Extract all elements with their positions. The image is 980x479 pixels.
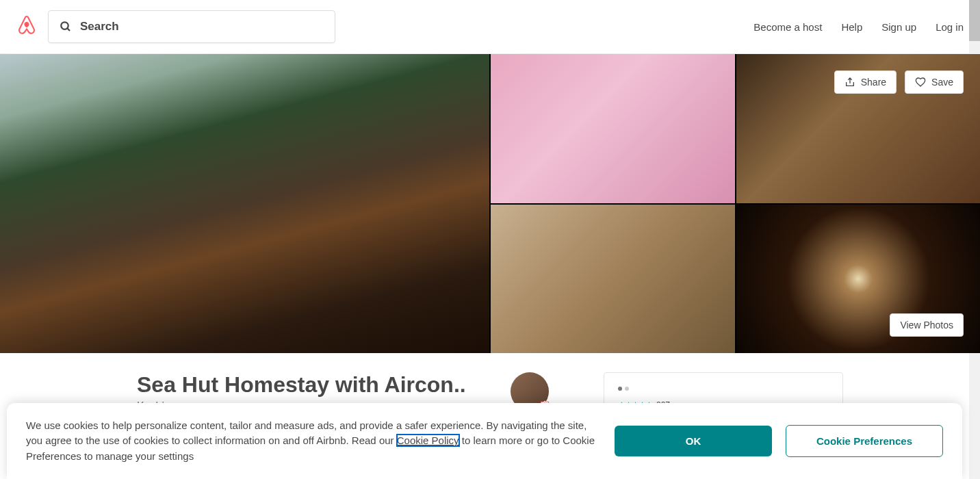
dot-1[interactable] xyxy=(618,387,622,391)
photo-2[interactable] xyxy=(491,54,735,203)
header: Search Become a host Help Sign up Log in xyxy=(0,0,980,54)
cookie-text: We use cookies to help personalize conte… xyxy=(26,418,601,426)
photo-gallery: Share Save View Photos xyxy=(0,54,980,353)
heart-icon xyxy=(915,77,926,88)
main-photo[interactable] xyxy=(0,54,489,353)
nav-signup[interactable]: Sign up xyxy=(881,21,916,33)
nav-login[interactable]: Log in xyxy=(936,21,964,33)
gallery-actions: Share Save xyxy=(834,70,964,94)
search-placeholder: Search xyxy=(80,20,119,34)
airbnb-logo[interactable] xyxy=(16,14,37,39)
scrollbar-thumb[interactable] xyxy=(969,0,980,41)
save-button[interactable]: Save xyxy=(905,70,964,94)
search-icon xyxy=(60,21,72,33)
search-bar[interactable]: Search xyxy=(48,10,335,43)
share-icon xyxy=(844,77,855,88)
svg-point-0 xyxy=(61,22,68,29)
cookie-text-before: We use cookies to help personalize conte… xyxy=(26,419,586,426)
listing-title: Sea Hut Homestay with Aircon.. xyxy=(137,372,497,398)
svg-line-1 xyxy=(67,28,70,31)
view-photos-button[interactable]: View Photos xyxy=(890,313,964,337)
photo-4[interactable] xyxy=(491,205,735,354)
share-button[interactable]: Share xyxy=(834,70,897,94)
nav-become-host[interactable]: Become a host xyxy=(753,21,822,33)
cookie-banner: We use cookies to help personalize conte… xyxy=(7,403,962,426)
nav: Become a host Help Sign up Log in xyxy=(753,21,964,33)
nav-help[interactable]: Help xyxy=(841,21,862,33)
carousel-dots xyxy=(618,387,829,391)
share-label: Share xyxy=(861,77,886,88)
cookie-preferences-button[interactable]: Cookie Preferences xyxy=(786,425,943,426)
save-label: Save xyxy=(931,77,953,88)
dot-2[interactable] xyxy=(625,387,629,391)
